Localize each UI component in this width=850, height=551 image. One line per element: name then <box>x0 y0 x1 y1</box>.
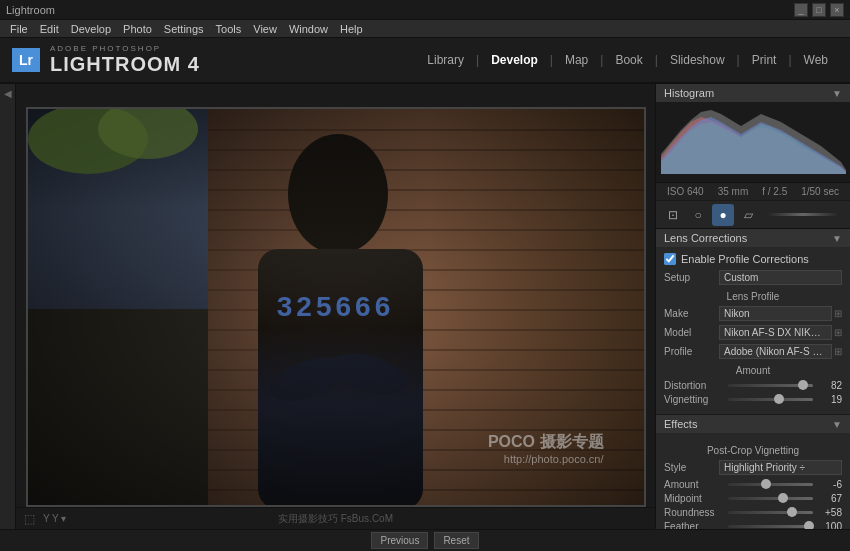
menu-edit[interactable]: Edit <box>34 23 65 35</box>
histogram-arrow: ▼ <box>832 88 842 99</box>
vignetting-row: Vignetting 19 <box>664 394 842 405</box>
make-icon[interactable]: ⊞ <box>834 308 842 319</box>
feather-thumb[interactable] <box>804 521 814 529</box>
roundness-track[interactable] <box>728 511 813 514</box>
reset-button[interactable]: Reset <box>434 532 478 549</box>
tools-slider[interactable] <box>766 213 840 216</box>
enable-profile-checkbox[interactable] <box>664 253 676 265</box>
histogram-chart <box>656 102 850 182</box>
effects-body: Post-Crop Vignetting Style Highlight Pri… <box>656 433 850 529</box>
style-row: Style Highlight Priority ÷ <box>664 460 842 475</box>
healing-tool[interactable]: ○ <box>687 204 709 226</box>
midpoint-thumb[interactable] <box>778 493 788 503</box>
previous-button[interactable]: Previous <box>371 532 428 549</box>
effects-title: Effects <box>664 418 697 430</box>
amount-row: Amount -6 <box>664 479 842 490</box>
lens-arrow: ▼ <box>832 233 842 244</box>
maximize-button[interactable]: □ <box>812 3 826 17</box>
post-crop-title: Post-Crop Vignetting <box>664 445 842 456</box>
distortion-value: 82 <box>817 380 842 391</box>
filter-tool[interactable]: ▱ <box>737 204 759 226</box>
midpoint-row: Midpoint 67 <box>664 493 842 504</box>
enable-profile-row: Enable Profile Corrections <box>664 253 842 265</box>
histogram-title: Histogram <box>664 87 714 99</box>
effects-header[interactable]: Effects ▼ <box>656 415 850 433</box>
nav-book[interactable]: Book <box>605 49 652 71</box>
header: Lr ADOBE PHOTOSHOP LIGHTROOM 4 Library |… <box>0 38 850 84</box>
make-value[interactable]: Nikon <box>719 306 832 321</box>
roundness-thumb[interactable] <box>787 507 797 517</box>
model-value[interactable]: Nikon AF-S DX NIKKOR 35mm... <box>719 325 832 340</box>
nav-map[interactable]: Map <box>555 49 598 71</box>
poco-url: http://photo.poco.cn/ <box>488 453 604 465</box>
model-row: Model Nikon AF-S DX NIKKOR 35mm... ⊞ <box>664 325 842 340</box>
lightroom-title: LIGHTROOM 4 <box>50 53 200 76</box>
setup-row: Setup Custom <box>664 270 842 285</box>
model-icon[interactable]: ⊞ <box>834 327 842 338</box>
crop-tool[interactable]: ⊡ <box>662 204 684 226</box>
adjustment-tool[interactable]: ● <box>712 204 734 226</box>
roundness-value: +58 <box>817 507 842 518</box>
filmstrip: Previous Reset <box>0 529 850 551</box>
distortion-track[interactable] <box>728 384 813 387</box>
close-button[interactable]: × <box>830 3 844 17</box>
menu-tools[interactable]: Tools <box>210 23 248 35</box>
amount-thumb[interactable] <box>761 479 771 489</box>
midpoint-label: Midpoint <box>664 493 724 504</box>
aperture-value: f / 2.5 <box>762 186 787 197</box>
vignetting-thumb[interactable] <box>774 394 784 404</box>
style-value[interactable]: Highlight Priority ÷ <box>719 460 842 475</box>
style-label: Style <box>664 462 719 473</box>
title-bar: Lightroom _ □ × <box>0 0 850 20</box>
feather-track[interactable] <box>728 525 813 528</box>
menu-view[interactable]: View <box>247 23 283 35</box>
histogram-info: ISO 640 35 mm f / 2.5 1/50 sec <box>656 182 850 200</box>
lens-profile-title: Lens Profile <box>664 291 842 302</box>
model-label: Model <box>664 327 719 338</box>
shutter-value: 1/50 sec <box>801 186 839 197</box>
vignetting-label: Vignetting <box>664 394 724 405</box>
vignetting-value: 19 <box>817 394 842 405</box>
menu-develop[interactable]: Develop <box>65 23 117 35</box>
distortion-label: Distortion <box>664 380 724 391</box>
app-title: Lightroom <box>6 4 794 16</box>
nav-slideshow[interactable]: Slideshow <box>660 49 735 71</box>
midpoint-value: 67 <box>817 493 842 504</box>
nav-develop[interactable]: Develop <box>481 49 548 71</box>
window-controls: _ □ × <box>794 3 844 17</box>
lens-corrections-header[interactable]: Lens Corrections ▼ <box>656 229 850 247</box>
profile-icon[interactable]: ⊞ <box>834 346 842 357</box>
nav-library[interactable]: Library <box>417 49 474 71</box>
menu-settings[interactable]: Settings <box>158 23 210 35</box>
amount-track[interactable] <box>728 483 813 486</box>
photo-image: 325666 POCO 摄影专题 http://photo.poco.cn/ <box>28 109 644 505</box>
amount-value: -6 <box>817 479 842 490</box>
menu-window[interactable]: Window <box>283 23 334 35</box>
menu-file[interactable]: File <box>4 23 34 35</box>
filmstrip-controls: Previous Reset <box>371 532 478 549</box>
make-row: Make Nikon ⊞ <box>664 306 842 321</box>
nav-print[interactable]: Print <box>742 49 787 71</box>
histogram-header[interactable]: Histogram ▼ <box>656 84 850 102</box>
feather-value: 100 <box>817 521 842 529</box>
menu-help[interactable]: Help <box>334 23 369 35</box>
left-panel-arrow[interactable]: ◀ <box>4 88 12 99</box>
minimize-button[interactable]: _ <box>794 3 808 17</box>
menu-photo[interactable]: Photo <box>117 23 158 35</box>
vignetting-track[interactable] <box>728 398 813 401</box>
make-label: Make <box>664 308 719 319</box>
top-nav: Library | Develop | Map | Book | Slidesh… <box>417 49 838 71</box>
photo-area: 325666 POCO 摄影专题 http://photo.poco.cn/ ⬚… <box>16 84 655 529</box>
nav-web[interactable]: Web <box>794 49 838 71</box>
lens-corrections-section: Lens Corrections ▼ Enable Profile Correc… <box>656 229 850 415</box>
main-layout: ◀ <box>0 84 850 529</box>
distortion-thumb[interactable] <box>798 380 808 390</box>
midpoint-track[interactable] <box>728 497 813 500</box>
profile-value[interactable]: Adobe (Nikon AF-S DX NIKKO... <box>719 344 832 359</box>
feather-row: Feather 100 <box>664 521 842 529</box>
setup-value[interactable]: Custom <box>719 270 842 285</box>
feather-label: Feather <box>664 521 724 529</box>
amount-section-title: Amount <box>664 365 842 376</box>
histogram-area <box>656 102 850 182</box>
right-panel: Histogram ▼ <box>655 84 850 529</box>
